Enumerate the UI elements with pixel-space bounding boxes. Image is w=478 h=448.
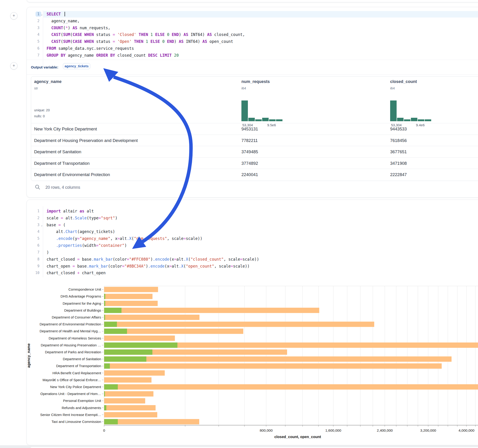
- code-text: GROUP BY agency_name ORDER BY closed_cou…: [47, 52, 179, 59]
- histogram-bar: [411, 118, 417, 121]
- sql-cell-card: 1⌄SELECT 2 agency_name,3 COUNT(*) AS num…: [26, 7, 478, 198]
- table-cell: 7782211: [241, 135, 258, 146]
- bar-open-count: [104, 308, 121, 313]
- table-cell: Department of Housing Preservation and D…: [34, 135, 138, 146]
- histogram-bar: [390, 100, 396, 121]
- plus-icon: +: [13, 63, 15, 68]
- altair-bar-chart: Correspondence UnitDHS Advantage Program…: [27, 200, 478, 445]
- histogram-bar: [248, 118, 255, 121]
- table-cell: 2240041: [241, 169, 258, 180]
- table-cell: Department of Transportation: [34, 158, 90, 169]
- line-number: 2: [27, 18, 39, 25]
- result-table: agency_namestrunique: 20nulls: 0num_requ…: [31, 76, 478, 181]
- y-axis-label: Mayorâ€ s Office of Special Enforce…: [42, 378, 101, 382]
- code-line[interactable]: 3 COUNT(*) AS num_requests,: [27, 25, 478, 31]
- bar-closed-count: [104, 301, 158, 306]
- y-axis-label: Operations Unit - Department of Hom…: [40, 392, 101, 396]
- output-variable-label: Output variable:: [31, 65, 58, 69]
- table-row[interactable]: Department of Transportation377489234719…: [31, 157, 478, 169]
- table-row[interactable]: New York City Police Department945313194…: [31, 123, 478, 135]
- x-tick-label: 2,400,000: [377, 428, 393, 432]
- add-cell-button[interactable]: +: [10, 62, 18, 70]
- bar-open-count: [104, 349, 152, 355]
- bar-open-count: [104, 322, 117, 327]
- y-axis-label: DHS Advantage Programs: [61, 294, 101, 298]
- y-axis-title: agency_name: [27, 343, 31, 368]
- code-text: SELECT: [47, 11, 65, 18]
- bar-closed-count: [104, 315, 200, 320]
- table-row-count: 20 rows, 4 columns: [45, 185, 80, 190]
- table-cell: 3677651: [390, 146, 407, 158]
- bar-closed-count: [104, 336, 175, 341]
- line-number: 4: [27, 31, 39, 38]
- histogram-bar: [262, 118, 269, 121]
- table-cell: 7618456: [390, 135, 407, 146]
- y-axis-label: Department of Homeless Services: [49, 336, 101, 340]
- table-cell: 3471908: [390, 158, 407, 169]
- table-cell: 3749485: [241, 146, 258, 158]
- y-axis-label: Department of Parks and Recreation: [45, 350, 101, 354]
- code-text: CAST(SUM(CASE WHEN status = 'Open' THEN …: [47, 38, 233, 45]
- bar-closed-count: [104, 405, 156, 411]
- next-cell-card-edge: [30, 447, 478, 448]
- code-text: FROM sample_data.nyc.service_requests: [47, 45, 134, 52]
- y-axis-label: Taxi and Limousine Commission: [51, 420, 101, 423]
- code-line[interactable]: 1⌄SELECT: [27, 11, 478, 18]
- output-variable-pill[interactable]: agency_tickets: [63, 63, 90, 69]
- code-line[interactable]: 7GROUP BY agency_name ORDER BY closed_co…: [27, 52, 478, 59]
- histogram-bar: [276, 119, 283, 121]
- x-tick-label: 1,600,000: [325, 428, 341, 432]
- y-axis-label: HRA Benefit Card Replacement: [53, 371, 101, 375]
- bar-open-count: [104, 384, 118, 389]
- table-cell: 9443533: [390, 123, 407, 135]
- code-line[interactable]: 6FROM sample_data.nyc.service_requests: [27, 45, 478, 52]
- search-icon[interactable]: [35, 184, 40, 190]
- column-dtype: i64: [241, 86, 246, 90]
- bar-closed-count: [104, 412, 157, 417]
- line-number: 6: [27, 45, 39, 52]
- column-header[interactable]: closed_count: [390, 79, 417, 84]
- code-line[interactable]: 2 agency_name,: [27, 18, 478, 25]
- column-header[interactable]: agency_name: [34, 79, 62, 84]
- column-dtype: str: [34, 86, 38, 90]
- previous-cell-card-edge: [26, 0, 478, 2]
- code-line[interactable]: 5 CAST(SUM(CASE WHEN status = 'Open' THE…: [27, 38, 478, 45]
- y-axis-label: Department of Consumer Affairs: [52, 315, 101, 319]
- sql-editor[interactable]: 1⌄SELECT 2 agency_name,3 COUNT(*) AS num…: [27, 11, 478, 59]
- chevron-down-icon[interactable]: ⌄: [40, 11, 44, 18]
- y-axis-label: Correspondence Unit: [69, 287, 101, 291]
- bar-closed-count: [104, 294, 153, 299]
- bar-open-count: [104, 405, 107, 411]
- x-tick-label: 0: [103, 428, 105, 432]
- active-line-highlight: [43, 11, 478, 18]
- bar-open-count: [104, 294, 105, 299]
- histogram-bar: [418, 119, 424, 121]
- column-stat: nulls: 0: [34, 114, 45, 118]
- y-axis-label: Department of Buildings: [64, 308, 101, 312]
- x-tick-label: 800,000: [260, 428, 273, 432]
- bar-closed-count: [104, 322, 374, 327]
- code-line[interactable]: 4 CAST(SUM(CASE WHEN status = 'Closed' T…: [27, 31, 478, 38]
- text-caret: [65, 12, 65, 16]
- table-row[interactable]: Department of Sanitation37494853677651: [31, 146, 478, 158]
- table-row[interactable]: Department of Housing Preservation and D…: [31, 135, 478, 146]
- bar-open-count: [104, 419, 118, 424]
- plus-icon: +: [13, 13, 15, 18]
- column-header[interactable]: num_requests: [241, 79, 270, 84]
- bar-closed-count: [104, 308, 319, 313]
- bar-closed-count: [104, 356, 452, 362]
- add-cell-button[interactable]: +: [10, 12, 18, 20]
- bar-open-count: [104, 329, 127, 334]
- y-axis-label: Department of Housing Preservation …: [41, 343, 101, 347]
- section-divider: [27, 75, 478, 75]
- table-cell: 3774892: [241, 158, 258, 169]
- table-cell: New York City Police Department: [34, 123, 97, 135]
- x-tick-label: 4,000,000: [458, 428, 474, 432]
- y-axis-label: Refunds and Adjustments: [62, 406, 101, 410]
- histogram-bar: [255, 119, 262, 121]
- table-cell: Department of Sanitation: [34, 146, 82, 158]
- column-stat: unique: 20: [34, 108, 50, 112]
- table-row[interactable]: Department of Environmental Protection22…: [31, 169, 478, 180]
- histogram-bar: [269, 119, 276, 121]
- editor-divider: [27, 60, 478, 60]
